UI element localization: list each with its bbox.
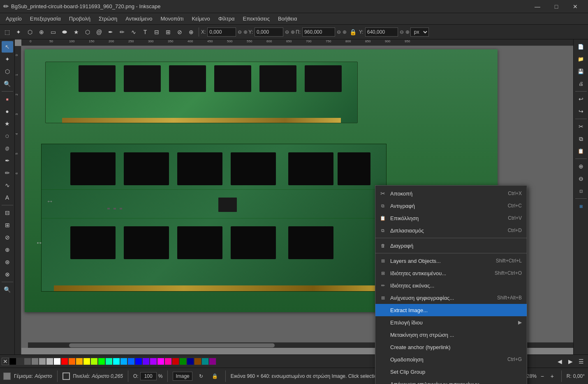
tb-calligraphy[interactable]: ∿ [128, 27, 139, 37]
zoom-out-status[interactable]: − [538, 372, 546, 380]
tb-circle[interactable]: ⬬ [59, 27, 70, 37]
tb-node[interactable]: ✦ [13, 27, 24, 37]
ctx-set-clip[interactable]: Set Clip Group [375, 366, 527, 378]
ctx-paste[interactable]: 📋 Επικόλληση Ctrl+V [375, 212, 527, 224]
spiral-tool[interactable]: @ [2, 143, 13, 154]
layer-badge[interactable]: Image [173, 372, 192, 381]
color-blue[interactable] [127, 358, 135, 365]
color-magenta[interactable] [157, 358, 164, 365]
ctx-trace[interactable]: ⊞ Ανίχνευση ψηφιογραφίας... Shift+Alt+B [375, 292, 527, 304]
circle-tool[interactable]: ● [2, 106, 13, 117]
ctx-cut[interactable]: ✂ Αποκοπή Ctrl+X [375, 187, 527, 200]
color-brown[interactable] [194, 358, 201, 365]
pen-tool[interactable]: ✒ [2, 155, 13, 166]
copy-right-btn[interactable]: ⧉ [575, 133, 587, 145]
snap-button[interactable]: ⊞ [575, 200, 587, 212]
layer-toggle-btn[interactable]: ↻ [196, 371, 206, 382]
color-navy[interactable] [135, 358, 142, 365]
tb-dropper[interactable]: ⊘ [174, 27, 185, 37]
color-gray1[interactable] [24, 358, 31, 365]
gradient-tool[interactable]: ⊟ [2, 207, 13, 218]
ctx-move-layer[interactable]: Μετακίνηση στη στρώση ... [375, 329, 527, 341]
connector-tool[interactable]: ⊕ [2, 244, 13, 255]
y-input[interactable] [255, 28, 283, 37]
menu-help[interactable]: Βοήθεια [274, 13, 301, 25]
menu-edit[interactable]: Επεξεργασία [26, 13, 65, 25]
maximize-button[interactable]: □ [547, 0, 566, 13]
zoom-in-btn[interactable]: 🔍 [2, 284, 13, 295]
color-amber[interactable] [76, 358, 83, 365]
zoom-in-status[interactable]: + [548, 372, 556, 380]
menu-view[interactable]: Προβολή [65, 13, 95, 25]
zoom-fit-right[interactable]: ⊡ [575, 185, 587, 197]
close-button[interactable]: ✕ [566, 0, 585, 13]
layer-lock-btn[interactable]: 🔒 [210, 371, 220, 382]
dropper-tool[interactable]: ⊘ [2, 232, 13, 243]
scroll-colors-right[interactable]: ▶ [565, 356, 576, 367]
color-dark-green[interactable] [179, 358, 187, 365]
x-input[interactable] [207, 28, 236, 37]
no-color-swatch[interactable]: ✕ [2, 358, 9, 365]
ctx-extract[interactable]: Extract Image... [375, 304, 527, 316]
paste-right-btn[interactable]: 📋 [575, 145, 587, 157]
color-dk-gray[interactable] [16, 358, 24, 365]
pencil-tool[interactable]: ✏ [2, 167, 13, 179]
undo-button[interactable]: ↩ [575, 93, 587, 105]
panel-print[interactable]: 🖨 [575, 78, 587, 90]
panel-save[interactable]: 💾 [575, 66, 587, 77]
tb-star[interactable]: ★ [71, 27, 81, 37]
tb-mesh[interactable]: ⊞ [163, 27, 174, 37]
color-rose[interactable] [164, 358, 172, 365]
scrollbar-thumb[interactable] [69, 343, 275, 347]
ctx-img-props[interactable]: ✏ Ιδιότητες εικόνας... [375, 279, 527, 292]
callig-tool[interactable]: ∿ [2, 179, 13, 191]
color-teal[interactable] [201, 358, 209, 365]
tweak-tool[interactable]: ⬡ [2, 66, 13, 77]
rect-tool[interactable]: ■ [2, 93, 13, 105]
opacity-input[interactable] [140, 372, 157, 380]
color-sky[interactable] [120, 358, 127, 365]
menu-text[interactable]: Κείμενο [188, 13, 214, 25]
ctx-group[interactable]: Ομαδοποίηση Ctrl+G [375, 353, 527, 366]
panel-new[interactable]: 📄 [575, 41, 587, 53]
color-cyan[interactable] [113, 358, 120, 365]
menu-extensions[interactable]: Επεκτάσεις [239, 13, 274, 25]
color-plum[interactable] [209, 358, 216, 365]
ctx-delete[interactable]: 🗑 Διαγραφή [375, 239, 527, 252]
ctx-hide[interactable]: Απόκρυψη επιλεγμένων αντικειμένων [375, 378, 527, 384]
menu-object[interactable]: Αντικείμενο [121, 13, 156, 25]
color-gray3[interactable] [39, 358, 46, 365]
cut-right-btn[interactable]: ✂ [575, 121, 587, 132]
eraser-tool[interactable]: ⊗ [2, 269, 13, 280]
panel-open[interactable]: 📁 [575, 53, 587, 65]
stroke-color-indicator[interactable] [63, 373, 70, 380]
star-tool[interactable]: ★ [2, 118, 13, 129]
scroll-colors-left[interactable]: ◀ [554, 356, 565, 367]
zoom-tool[interactable]: 🔍 [2, 78, 13, 90]
minimize-button[interactable]: — [528, 0, 547, 13]
color-orange[interactable] [68, 358, 76, 365]
select-tool[interactable]: ↖ [2, 41, 13, 53]
color-yellow-green[interactable] [90, 358, 98, 365]
color-dark-red[interactable] [172, 358, 179, 365]
zoom-out-right[interactable]: ⊖ [575, 173, 587, 184]
tb-connector[interactable]: ⊕ [186, 27, 197, 37]
w-input[interactable] [302, 28, 335, 37]
zoom-in-right[interactable]: ⊕ [575, 161, 587, 172]
color-purple[interactable] [150, 358, 157, 365]
color-lt-gray[interactable] [46, 358, 53, 365]
ctx-layers[interactable]: ⊞ Layers and Objects... Shift+Ctrl+L [375, 255, 527, 267]
lock-aspect-button[interactable]: 🔒 [347, 27, 358, 37]
ctx-copy[interactable]: ⧉ Αντιγραφή Ctrl+C [375, 200, 527, 212]
tb-zoom-in[interactable]: ⊕ [36, 27, 47, 37]
3d-tool[interactable]: ⬡ [2, 130, 13, 142]
ctx-anchor[interactable]: Create anchor (hyperlink) [375, 341, 527, 353]
tb-select[interactable]: ⬚ [2, 27, 12, 37]
text-tool[interactable]: A [2, 192, 13, 203]
color-black[interactable] [9, 358, 16, 365]
tb-tweak[interactable]: ⬡ [25, 27, 35, 37]
ctx-duplicate[interactable]: ⧉ Διπλασιασμός Ctrl+D [375, 224, 527, 237]
spray-tool[interactable]: ⊛ [2, 256, 13, 268]
tb-pen[interactable]: ✒ [105, 27, 116, 37]
tb-rect[interactable]: ▭ [48, 27, 58, 37]
